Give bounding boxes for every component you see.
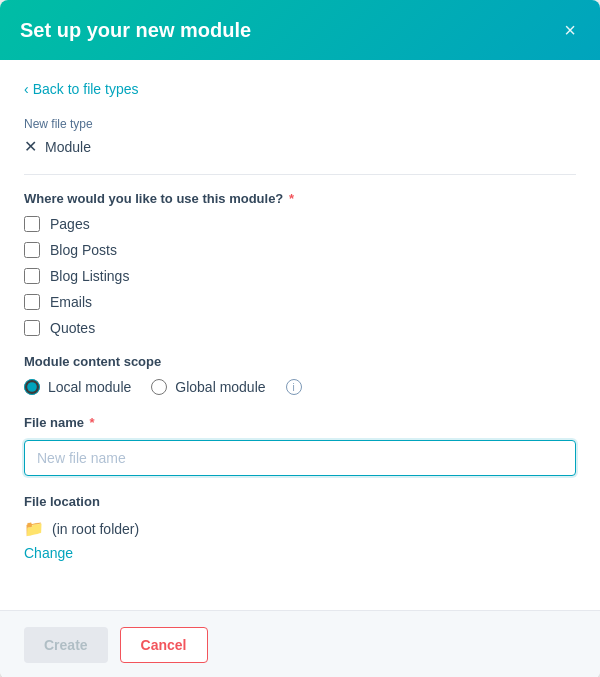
file-type-row: ✕ Module <box>24 137 576 156</box>
radio-local[interactable]: Local module <box>24 379 131 395</box>
change-location-link[interactable]: Change <box>24 545 73 561</box>
file-location-label: File location <box>24 494 576 509</box>
checkbox-blog-posts-input[interactable] <box>24 242 40 258</box>
file-name-input[interactable] <box>24 440 576 476</box>
file-location-section: File location 📁 (in root folder) Change <box>24 494 576 562</box>
checkbox-quotes-label[interactable]: Quotes <box>50 320 95 336</box>
scope-label: Module content scope <box>24 354 576 369</box>
cancel-button[interactable]: Cancel <box>120 627 208 663</box>
checkbox-blog-listings-label[interactable]: Blog Listings <box>50 268 129 284</box>
checkbox-blog-listings-input[interactable] <box>24 268 40 284</box>
checkbox-quotes-input[interactable] <box>24 320 40 336</box>
file-location-text: (in root folder) <box>52 521 139 537</box>
modal-container: Set up your new module × ‹ Back to file … <box>0 0 600 677</box>
checkbox-pages-input[interactable] <box>24 216 40 232</box>
radio-global-label[interactable]: Global module <box>175 379 265 395</box>
back-link[interactable]: ‹ Back to file types <box>24 81 139 97</box>
scope-section: Module content scope Local module Global… <box>24 354 576 395</box>
checkbox-blog-posts-label[interactable]: Blog Posts <box>50 242 117 258</box>
radio-global[interactable]: Global module <box>151 379 265 395</box>
radio-global-input[interactable] <box>151 379 167 395</box>
radio-local-input[interactable] <box>24 379 40 395</box>
checkbox-emails-input[interactable] <box>24 294 40 310</box>
checkbox-group: Pages Blog Posts Blog Listings Emails Qu… <box>24 216 576 336</box>
module-icon: ✕ <box>24 137 37 156</box>
modal-title: Set up your new module <box>20 19 251 42</box>
file-name-section: File name * <box>24 415 576 476</box>
modal-body: ‹ Back to file types New file type ✕ Mod… <box>0 60 600 610</box>
new-file-type-label: New file type <box>24 117 576 131</box>
checkbox-blog-listings[interactable]: Blog Listings <box>24 268 576 284</box>
chevron-left-icon: ‹ <box>24 81 29 97</box>
checkbox-pages-label[interactable]: Pages <box>50 216 90 232</box>
modal-footer: Create Cancel <box>0 610 600 677</box>
close-button[interactable]: × <box>560 16 580 44</box>
radio-local-label[interactable]: Local module <box>48 379 131 395</box>
file-location-row: 📁 (in root folder) <box>24 519 576 538</box>
file-type-value: Module <box>45 139 91 155</box>
checkbox-pages[interactable]: Pages <box>24 216 576 232</box>
divider-1 <box>24 174 576 175</box>
checkbox-quotes[interactable]: Quotes <box>24 320 576 336</box>
checkbox-blog-posts[interactable]: Blog Posts <box>24 242 576 258</box>
file-name-label: File name * <box>24 415 576 430</box>
checkbox-emails-label[interactable]: Emails <box>50 294 92 310</box>
folder-icon: 📁 <box>24 519 44 538</box>
back-link-text: Back to file types <box>33 81 139 97</box>
radio-group: Local module Global module i <box>24 379 576 395</box>
checkbox-emails[interactable]: Emails <box>24 294 576 310</box>
info-icon[interactable]: i <box>286 379 302 395</box>
create-button[interactable]: Create <box>24 627 108 663</box>
modal-header: Set up your new module × <box>0 0 600 60</box>
where-label: Where would you like to use this module?… <box>24 191 576 206</box>
